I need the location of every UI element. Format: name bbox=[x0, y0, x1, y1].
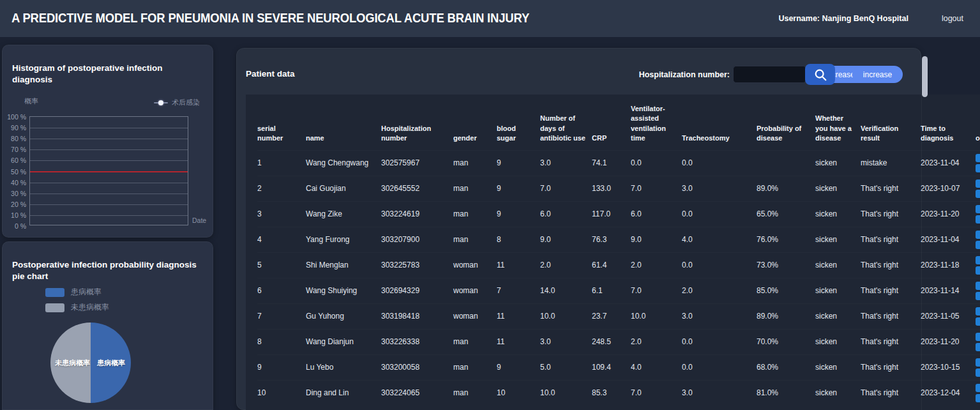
operate-button[interactable] bbox=[976, 282, 980, 290]
gridline bbox=[30, 215, 188, 216]
pie-legend-label: 患病概率 bbox=[71, 287, 102, 298]
pie-legend-row[interactable]: 未患病概率 bbox=[45, 302, 109, 313]
operate-button[interactable] bbox=[976, 215, 980, 224]
table-cell: 2.0 bbox=[631, 252, 682, 278]
table-cell: 0.0 bbox=[682, 329, 757, 354]
table-cell: 3.0 bbox=[682, 380, 757, 406]
operate-button[interactable] bbox=[976, 358, 980, 367]
table-cell: 2023-11-14 bbox=[921, 278, 976, 303]
table-cell: 76.3 bbox=[592, 227, 631, 252]
table-cell: 10 bbox=[497, 380, 540, 406]
search-icon bbox=[813, 68, 827, 82]
table-cell: 9 bbox=[497, 150, 540, 176]
table-cell: 8 bbox=[497, 227, 540, 252]
scrollbar-thumb[interactable] bbox=[922, 56, 928, 97]
logout-button[interactable]: logout bbox=[942, 14, 963, 23]
operate-button[interactable] bbox=[976, 231, 980, 239]
operate-button[interactable] bbox=[976, 317, 980, 326]
page-title: A PREDICTIVE MODEL FOR PNEUMONIA IN SEVE… bbox=[11, 10, 529, 26]
column-header: serial number bbox=[257, 95, 306, 150]
table-cell: 7.0 bbox=[631, 380, 682, 406]
table-cell: 2023-11-04 bbox=[921, 150, 976, 176]
table-cell: sicken bbox=[815, 227, 861, 252]
markline-50-percent bbox=[30, 171, 188, 172]
search-button[interactable] bbox=[805, 64, 835, 85]
table-cell: 3.0 bbox=[540, 150, 592, 176]
table-cell: 0.0 bbox=[682, 201, 757, 227]
operate-button[interactable] bbox=[976, 292, 980, 300]
operate-button[interactable] bbox=[976, 266, 980, 275]
operate-cell bbox=[976, 329, 980, 354]
operate-button[interactable] bbox=[976, 384, 980, 392]
table-cell: man bbox=[453, 329, 497, 354]
operate-button[interactable] bbox=[976, 343, 980, 351]
operate-button[interactable] bbox=[976, 205, 980, 213]
table-cell: 2 bbox=[257, 176, 306, 201]
table-cell: 7 bbox=[257, 303, 306, 329]
table-cell: 4 bbox=[257, 227, 306, 252]
table-cell: 7.0 bbox=[631, 176, 682, 201]
operate-button[interactable] bbox=[976, 241, 980, 249]
table-cell: 2023-11-04 bbox=[921, 227, 976, 252]
table-cell: 9 bbox=[497, 176, 540, 201]
operate-button[interactable] bbox=[976, 333, 980, 341]
table-cell: That's right bbox=[861, 303, 921, 329]
column-header: gender bbox=[453, 95, 497, 150]
gridline bbox=[30, 128, 188, 128]
table-cell: 10.0 bbox=[540, 380, 592, 406]
table-cell: 133.0 bbox=[592, 176, 631, 201]
pie-slice-label-left: 未患病概率 bbox=[55, 358, 90, 368]
operate-button[interactable] bbox=[976, 179, 980, 188]
hospitalization-number-input[interactable] bbox=[733, 66, 806, 83]
operate-button[interactable] bbox=[976, 394, 980, 402]
operate-button[interactable] bbox=[976, 368, 980, 377]
table-cell: Yang Furong bbox=[306, 227, 381, 252]
table-cell: 0.0 bbox=[682, 150, 757, 176]
table-cell: 2023-11-20 bbox=[921, 201, 976, 227]
operate-cell bbox=[976, 303, 980, 329]
increase-button[interactable]: increase bbox=[852, 66, 903, 83]
pie-card-title: Postoperative infection probability diag… bbox=[12, 259, 202, 282]
table-cell: That's right bbox=[861, 252, 921, 278]
patient-data-title: Patient data bbox=[246, 69, 295, 79]
table-cell: 81.0% bbox=[757, 380, 815, 406]
operate-button[interactable] bbox=[976, 307, 980, 315]
table-cell: 303225783 bbox=[381, 252, 453, 278]
pie-legend-row[interactable]: 患病概率 bbox=[45, 287, 109, 298]
table-cell: 9.0 bbox=[631, 227, 682, 252]
patient-table-container[interactable]: serial numbernameHospitalization numberg… bbox=[246, 95, 980, 410]
operate-button[interactable] bbox=[976, 256, 980, 264]
table-row: 10Ding and Lin303224065man1010.085.37.03… bbox=[257, 380, 980, 406]
table-cell: 3.0 bbox=[540, 329, 592, 354]
table-cell: man bbox=[453, 201, 497, 227]
table-cell: 302645552 bbox=[381, 176, 453, 201]
y-tick-label: 80 % bbox=[3, 135, 26, 142]
table-row: 1Wang Chengwang302575967man93.074.10.00.… bbox=[257, 150, 980, 176]
gridline bbox=[30, 204, 188, 205]
table-cell: 7.0 bbox=[631, 278, 682, 303]
operate-button[interactable] bbox=[976, 154, 980, 162]
table-cell: sicken bbox=[815, 252, 861, 278]
operate-button[interactable] bbox=[976, 164, 980, 172]
table-cell: 14.0 bbox=[540, 278, 592, 303]
table-cell: man bbox=[453, 354, 497, 380]
table-cell: 85.0% bbox=[757, 278, 815, 303]
histogram-y-axis-name: 概率 bbox=[24, 96, 38, 106]
table-cell: man bbox=[453, 150, 497, 176]
table-cell: 6.0 bbox=[631, 201, 682, 227]
operate-button[interactable] bbox=[976, 190, 980, 198]
table-cell: sicken bbox=[815, 354, 861, 380]
hospitalization-number-label: Hospitalization number: bbox=[639, 70, 730, 79]
table-cell: 303198418 bbox=[381, 303, 453, 329]
column-header: Number of days of antibiotic use bbox=[540, 95, 592, 150]
y-tick-label: 50 % bbox=[3, 168, 26, 176]
y-tick-label: 30 % bbox=[3, 190, 26, 197]
gridline bbox=[30, 139, 188, 139]
table-cell: 302694329 bbox=[381, 278, 453, 303]
dot-marker-icon bbox=[158, 100, 163, 105]
table-cell: That's right bbox=[861, 278, 921, 303]
table-cell: 9 bbox=[257, 354, 306, 380]
y-tick-label: 100 % bbox=[3, 113, 26, 121]
pie-chart: 未患病概率 患病概率 bbox=[50, 323, 131, 403]
table-cell: 302575967 bbox=[381, 150, 453, 176]
